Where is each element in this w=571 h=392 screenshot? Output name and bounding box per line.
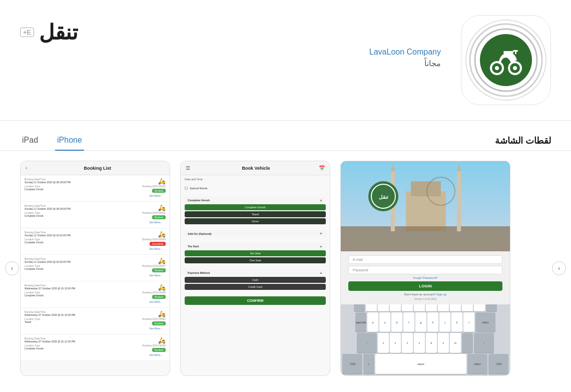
key-return[interactable]: return bbox=[475, 312, 495, 332]
carousel-left-arrow[interactable]: ‹ bbox=[5, 261, 19, 275]
svg-point-9 bbox=[513, 66, 517, 70]
key-shift[interactable]: ↑ bbox=[357, 333, 377, 353]
password-field[interactable]: Password bbox=[348, 266, 502, 274]
key-x[interactable]: x bbox=[390, 333, 401, 353]
option-complete-umrah[interactable]: Complete Umrah bbox=[185, 204, 326, 210]
special-needs-section: Special Needs bbox=[181, 184, 330, 194]
option-one-seat[interactable]: One Seat bbox=[185, 257, 326, 263]
screenshot-booking-list: ‹ Booking List Booking Date/Time Sunday … bbox=[20, 161, 170, 376]
tee-seat-arrow: ▲ bbox=[319, 244, 323, 248]
screenshots-section: لقطات الشاشة iPhone iPad ‹ › ‹ Booking L… bbox=[0, 121, 571, 386]
app-info: تنقل +E LavaLoon Company مجاناً bbox=[20, 15, 441, 68]
option-saee[interactable]: Sa'ee bbox=[185, 218, 326, 224]
app-icon-svg bbox=[463, 18, 548, 103]
payment-section: Payment Method ▲ Cash Credit Card bbox=[181, 267, 330, 293]
key-l[interactable]: l bbox=[463, 312, 474, 332]
key-j[interactable]: j bbox=[439, 312, 450, 332]
booking-item-5: Booking Date/Time Wednesday 07 October 2… bbox=[21, 281, 170, 308]
keyboard-row-2: caps lock a s d f g h j k l return bbox=[342, 312, 508, 332]
date-time-section: Date and Time bbox=[181, 175, 330, 184]
signup-text: Don't have an account? Sign up bbox=[348, 293, 502, 296]
confirm-button[interactable]: CONFIRM bbox=[185, 296, 326, 305]
key-k[interactable]: k bbox=[451, 312, 462, 332]
key-n[interactable]: n bbox=[438, 333, 449, 353]
key-123[interactable]: .?123 bbox=[342, 354, 362, 374]
app-company[interactable]: LavaLoon Company bbox=[20, 48, 441, 57]
email-field[interactable]: E-mail bbox=[348, 255, 502, 264]
booking-item-7: Booking Date/Time Wednesday 07 October 2… bbox=[21, 334, 170, 361]
date-time-label: Date and Time bbox=[185, 178, 326, 181]
key-z[interactable]: z bbox=[378, 333, 389, 353]
tab-iphone[interactable]: iPhone bbox=[55, 131, 84, 151]
screenshot-book-vehicle: ☰ Book Vehicle 📅 Date and Time Special N… bbox=[180, 161, 330, 376]
special-needs-label: Special Needs bbox=[190, 187, 207, 190]
complete-umrah-section: Complete Umrah ▲ Complete Umrah Tawaf Sa… bbox=[181, 194, 330, 228]
complete-umrah-accordion[interactable]: Complete Umrah ▲ bbox=[185, 197, 326, 203]
complete-umrah-title: Complete Umrah bbox=[188, 199, 210, 202]
tee-seat-accordion[interactable]: Tee Seat ▲ bbox=[185, 243, 326, 249]
key-caps[interactable]: caps lock bbox=[355, 312, 366, 332]
key-return-bottom[interactable]: return bbox=[467, 354, 487, 374]
scooter-icon-1: 🛵 bbox=[158, 178, 166, 185]
svg-rect-18 bbox=[457, 171, 461, 231]
keyboard-row-3: ↑ z x c v b n m . ↑ bbox=[342, 333, 508, 353]
option-tawaf[interactable]: Tawaf bbox=[185, 211, 326, 217]
tab-ipad[interactable]: iPad bbox=[20, 131, 40, 151]
app-title: تنقل +E bbox=[20, 20, 441, 45]
key-123-right[interactable]: .?123 bbox=[488, 354, 508, 374]
booking-item-4: Booking Date/Time Sunday 11 October 2020… bbox=[21, 255, 170, 281]
key-g[interactable]: g bbox=[415, 312, 426, 332]
option-credit-card[interactable]: Credit Card bbox=[185, 284, 326, 290]
app-header: تنقل +E LavaLoon Company مجاناً bbox=[0, 0, 571, 121]
svg-text:تنقل: تنقل bbox=[379, 194, 388, 200]
addon-accordion[interactable]: Add-On (Optional) ▼ bbox=[185, 230, 326, 237]
menu-icon: ☰ bbox=[186, 165, 190, 171]
forgot-password-link[interactable]: Forgot Password? bbox=[348, 276, 502, 279]
key-period[interactable]: . bbox=[462, 333, 473, 353]
app-icon bbox=[461, 15, 551, 105]
app-title-badge: +E bbox=[20, 28, 34, 37]
no-account-text: Don't have an account? bbox=[404, 293, 436, 296]
app-price: مجاناً bbox=[20, 59, 441, 68]
book-vehicle-header: ☰ Book Vehicle 📅 bbox=[181, 161, 330, 175]
back-arrow-icon: ‹ bbox=[26, 165, 27, 171]
crowd-svg: تنقل bbox=[341, 161, 510, 256]
payment-accordion[interactable]: Payment Method ▲ bbox=[185, 269, 326, 276]
signup-link[interactable]: Sign up bbox=[436, 293, 446, 296]
booking-item-1: Booking Date/Time Sunday 11 October 2020… bbox=[21, 175, 170, 202]
svg-rect-15 bbox=[411, 181, 441, 196]
ipad-crowd-image: تنقل bbox=[341, 161, 510, 258]
key-f[interactable]: f bbox=[403, 312, 414, 332]
key-h[interactable]: h bbox=[427, 312, 438, 332]
scooter-icon-3: 🛵 bbox=[158, 231, 166, 238]
calendar-icon: 📅 bbox=[319, 165, 325, 171]
key-c[interactable]: c bbox=[402, 333, 413, 353]
booking-list-header: ‹ Booking List bbox=[21, 161, 170, 175]
special-needs-checkbox[interactable] bbox=[185, 187, 188, 190]
app-name-text: تنقل bbox=[39, 20, 78, 45]
svg-rect-10 bbox=[503, 51, 513, 54]
payment-title: Payment Method bbox=[188, 271, 210, 274]
scooter-icon-6: 🛵 bbox=[158, 310, 166, 317]
key-shift-right[interactable]: ↑ bbox=[474, 333, 494, 353]
key-v[interactable]: v bbox=[414, 333, 425, 353]
key-emoji[interactable]: ☺ bbox=[363, 354, 374, 374]
addon-arrow: ▼ bbox=[319, 232, 323, 235]
key-s[interactable]: s bbox=[379, 312, 390, 332]
login-button[interactable]: LOGIN bbox=[348, 281, 502, 291]
screenshots-carousel-wrapper: ‹ › ‹ Booking List Booking Date/Time Sun… bbox=[0, 151, 571, 386]
key-m[interactable]: m bbox=[450, 333, 461, 353]
option-tee-seat[interactable]: Tee Seat bbox=[185, 250, 326, 256]
scooter-icon-2: 🛵 bbox=[158, 204, 166, 211]
tee-seat-section: Tee Seat ▲ Tee Seat One Seat bbox=[181, 240, 330, 267]
option-cash[interactable]: Cash bbox=[185, 277, 326, 283]
svg-point-7 bbox=[495, 66, 499, 70]
key-b[interactable]: b bbox=[426, 333, 437, 353]
carousel-right-arrow[interactable]: › bbox=[552, 261, 566, 275]
scooter-icon-4: 🛵 bbox=[158, 257, 166, 264]
key-space[interactable]: space bbox=[375, 354, 466, 374]
key-d[interactable]: d bbox=[391, 312, 402, 332]
key-a[interactable]: a bbox=[367, 312, 378, 332]
screenshot-ipad: تنقل E-mail Password Forgot Password? LO… bbox=[340, 161, 510, 376]
svg-rect-12 bbox=[515, 50, 516, 54]
